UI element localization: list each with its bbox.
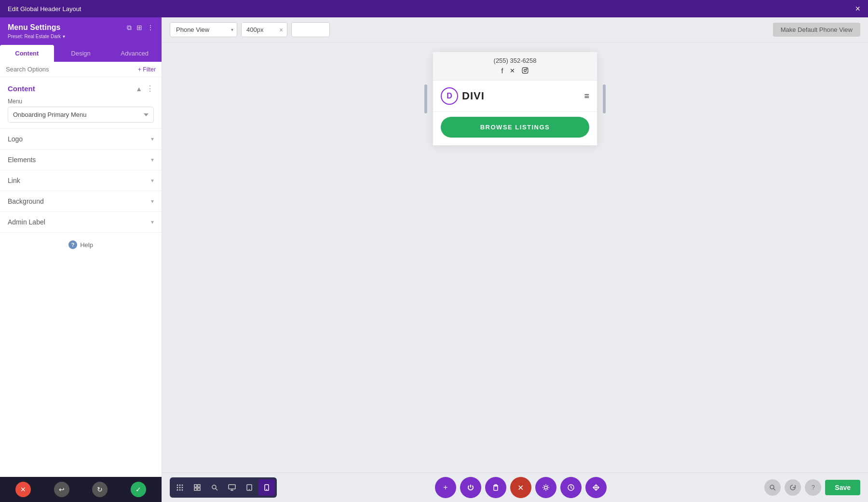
elements-section[interactable]: Elements ▾ bbox=[0, 149, 162, 170]
phone-number: (255) 352-6258 bbox=[441, 57, 589, 64]
history-button[interactable] bbox=[560, 477, 582, 498]
svg-line-17 bbox=[216, 488, 217, 490]
phone-frame: (255) 352-6258 f ✕ bbox=[433, 52, 597, 145]
link-section[interactable]: Link ▾ bbox=[0, 170, 162, 191]
background-chevron: ▾ bbox=[151, 198, 154, 205]
delete-button[interactable] bbox=[485, 477, 506, 498]
svg-point-9 bbox=[177, 489, 178, 491]
phone-button[interactable] bbox=[258, 479, 275, 496]
browse-listings-button[interactable]: BROWSE LISTINGS bbox=[441, 117, 589, 138]
svg-rect-12 bbox=[194, 485, 197, 487]
desktop-button[interactable] bbox=[224, 479, 240, 496]
browse-btn-wrapper: BROWSE LISTINGS bbox=[433, 112, 597, 145]
svg-point-8 bbox=[182, 487, 183, 488]
undo-button[interactable]: ↩ bbox=[54, 482, 69, 497]
power-button[interactable] bbox=[460, 477, 481, 498]
save-button[interactable]: Save bbox=[825, 480, 860, 495]
svg-point-1 bbox=[524, 70, 527, 72]
background-section[interactable]: Background ▾ bbox=[0, 191, 162, 211]
tablet-button[interactable] bbox=[241, 479, 258, 496]
svg-rect-13 bbox=[198, 485, 200, 487]
preview-canvas: (255) 352-6258 f ✕ bbox=[162, 42, 868, 473]
px-clear-button[interactable]: × bbox=[275, 26, 287, 34]
help-label: Help bbox=[80, 241, 93, 249]
section-title: Content bbox=[8, 84, 35, 93]
svg-point-7 bbox=[179, 487, 181, 488]
divi-logo-bar: D DIVI ≡ bbox=[433, 81, 597, 112]
facebook-icon[interactable]: f bbox=[502, 67, 503, 75]
refresh-button[interactable] bbox=[785, 479, 801, 496]
close-button[interactable]: × bbox=[855, 4, 860, 14]
view-select-wrapper: Phone View Tablet View Desktop View ▾ bbox=[170, 22, 237, 37]
section-collapse-icon[interactable]: ▲ bbox=[136, 85, 142, 93]
section-more-icon[interactable]: ⋮ bbox=[146, 84, 154, 93]
tab-content[interactable]: Content bbox=[0, 45, 54, 62]
svg-point-2 bbox=[527, 69, 527, 69]
link-chevron: ▾ bbox=[151, 177, 154, 184]
hamburger-icon[interactable]: ≡ bbox=[584, 91, 589, 101]
svg-point-11 bbox=[182, 489, 183, 491]
divi-text: DIVI bbox=[462, 90, 485, 102]
grid-button[interactable] bbox=[189, 479, 205, 496]
extra-width-input[interactable] bbox=[291, 22, 330, 37]
search-input[interactable] bbox=[6, 66, 134, 73]
add-button[interactable]: + bbox=[435, 477, 456, 498]
admin-label-section[interactable]: Admin Label ▾ bbox=[0, 211, 162, 232]
redo-button[interactable]: ↻ bbox=[92, 482, 108, 497]
confirm-button[interactable]: ✓ bbox=[131, 482, 146, 497]
search-bar: + Filter bbox=[0, 62, 162, 77]
svg-point-26 bbox=[544, 486, 547, 489]
svg-point-16 bbox=[212, 485, 216, 489]
help-section: ? Help bbox=[0, 232, 162, 257]
make-default-button[interactable]: Make Default Phone View bbox=[773, 23, 860, 37]
panel-header: Menu Settings ⧉ ⊞ ⋮ Preset: Real Estate … bbox=[0, 17, 162, 45]
svg-rect-15 bbox=[198, 488, 200, 490]
svg-line-31 bbox=[773, 488, 775, 490]
logo-section[interactable]: Logo ▾ bbox=[0, 128, 162, 149]
panel-header-icons: ⧉ ⊞ ⋮ bbox=[127, 24, 154, 32]
filter-button[interactable]: + Filter bbox=[138, 66, 156, 73]
elements-chevron: ▾ bbox=[151, 156, 154, 163]
svg-point-6 bbox=[177, 487, 178, 488]
admin-label-text: Admin Label bbox=[8, 218, 45, 226]
svg-rect-25 bbox=[494, 486, 498, 490]
bottom-toolbar: + ✕ bbox=[162, 473, 868, 502]
tab-design[interactable]: Design bbox=[54, 45, 108, 62]
svg-point-3 bbox=[177, 485, 178, 486]
menu-select[interactable]: Onboarding Primary Menu Primary Menu Foo… bbox=[8, 107, 154, 123]
social-icons: f ✕ bbox=[441, 67, 589, 75]
panel-footer: ✕ ↩ ↻ ✓ bbox=[0, 477, 162, 502]
divi-circle-icon: D bbox=[441, 87, 458, 105]
resize-handle-left[interactable] bbox=[424, 84, 427, 113]
search-toolbar-button[interactable] bbox=[206, 479, 223, 496]
panel-content: Content ▲ ⋮ Menu Onboarding Primary Menu… bbox=[0, 77, 162, 477]
link-label: Link bbox=[8, 177, 20, 184]
settings-button[interactable] bbox=[535, 477, 556, 498]
admin-label-chevron: ▾ bbox=[151, 219, 154, 225]
svg-point-30 bbox=[770, 485, 774, 489]
resize-handle-right[interactable] bbox=[603, 84, 606, 113]
duplicate-icon[interactable]: ⧉ bbox=[127, 24, 132, 32]
help-button[interactable]: ? Help bbox=[68, 240, 93, 249]
search-right-button[interactable] bbox=[764, 479, 781, 496]
move-button[interactable] bbox=[585, 477, 607, 498]
menu-label: Menu bbox=[8, 98, 154, 105]
more-icon[interactable]: ⋮ bbox=[147, 24, 154, 32]
columns-icon[interactable]: ⊞ bbox=[136, 24, 142, 32]
help-right-button[interactable]: ? bbox=[805, 479, 821, 496]
svg-rect-14 bbox=[194, 488, 197, 490]
close-footer-button[interactable]: ✕ bbox=[15, 482, 31, 497]
svg-point-4 bbox=[179, 485, 181, 486]
preset-label[interactable]: Preset: Real Estate Dark ▾ bbox=[8, 34, 154, 39]
menu-form-group: Menu Onboarding Primary Menu Primary Men… bbox=[0, 98, 162, 128]
instagram-icon[interactable] bbox=[522, 67, 529, 75]
cancel-button[interactable]: ✕ bbox=[510, 477, 531, 498]
dots-grid-button[interactable] bbox=[172, 479, 188, 496]
logo-label: Logo bbox=[8, 135, 23, 143]
view-select[interactable]: Phone View Tablet View Desktop View bbox=[170, 22, 237, 37]
px-input[interactable] bbox=[242, 23, 275, 37]
tab-advanced[interactable]: Advanced bbox=[108, 45, 162, 62]
twitter-icon[interactable]: ✕ bbox=[510, 67, 515, 75]
svg-point-5 bbox=[182, 485, 183, 486]
elements-label: Elements bbox=[8, 156, 36, 164]
